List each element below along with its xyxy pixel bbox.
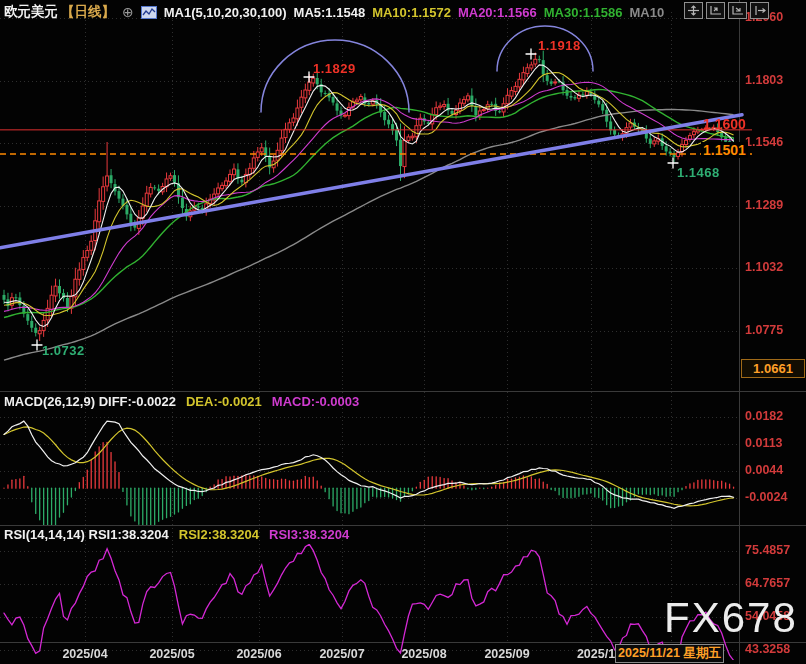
rsi-panel-area[interactable] bbox=[0, 546, 738, 641]
rsi2-value: RSI2:38.3204 bbox=[179, 527, 259, 542]
price-axis-area[interactable] bbox=[740, 0, 806, 640]
month-axis-label: 2025/04 bbox=[62, 647, 107, 661]
macd-panel-area[interactable] bbox=[0, 412, 738, 524]
chart-window: 欧元美元【日线】⊕ MA1(5,10,20,30,100) MA5:1.1548… bbox=[0, 0, 806, 664]
macd-dea-value: DEA:-0.0021 bbox=[186, 394, 262, 409]
rsi1-value: RSI(14,14,14) RSI1:38.3204 bbox=[4, 527, 169, 542]
macd-diff-value: MACD(26,12,9) DIFF:-0.0022 bbox=[4, 394, 176, 409]
axis-tick-label: 43.3258 bbox=[745, 642, 790, 656]
macd-header: MACD(26,12,9) DIFF:-0.0022 DEA:-0.0021 M… bbox=[4, 394, 359, 409]
month-axis-label: 2025/06 bbox=[236, 647, 281, 661]
rsi-header: RSI(14,14,14) RSI1:38.3204 RSI2:38.3204 … bbox=[4, 527, 349, 542]
macd-hist-value: MACD:-0.0003 bbox=[272, 394, 359, 409]
month-axis-label: 2025/1 bbox=[577, 647, 615, 661]
month-axis-label: 2025/09 bbox=[484, 647, 529, 661]
month-axis-label: 2025/07 bbox=[319, 647, 364, 661]
month-axis-label: 2025/08 bbox=[401, 647, 446, 661]
month-axis-label: 2025/05 bbox=[149, 647, 194, 661]
main-chart-area[interactable] bbox=[0, 10, 738, 390]
current-date-label: 2025/11/21 星期五 bbox=[615, 644, 724, 663]
rsi3-value: RSI3:38.3204 bbox=[269, 527, 349, 542]
